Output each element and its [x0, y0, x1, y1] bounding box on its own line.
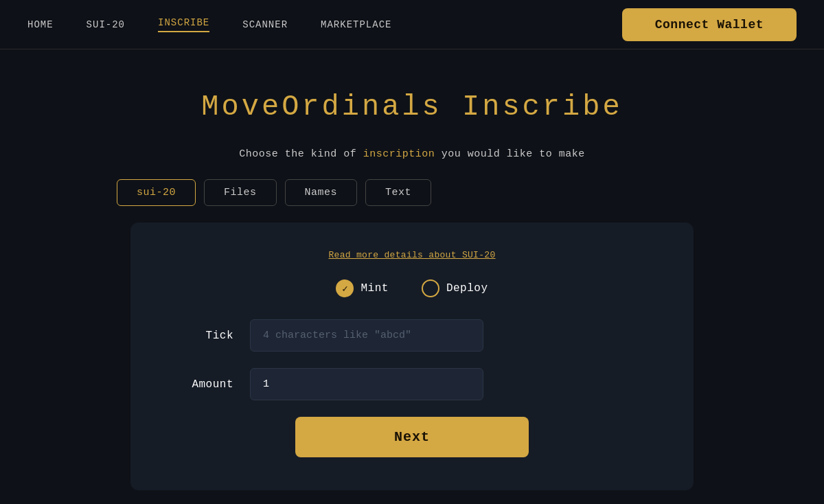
subtitle-highlight: inscription: [363, 148, 435, 160]
tabs-row: sui-20 Files Names Text: [117, 179, 431, 206]
tab-files[interactable]: Files: [204, 179, 277, 206]
nav-link-inscribe[interactable]: INSCRIBE: [158, 17, 209, 32]
tick-input[interactable]: [250, 319, 483, 352]
details-link[interactable]: Read more details about SUI-20: [172, 250, 652, 260]
nav-links: HOME SUI-20 INSCRIBE SCANNER MARKETPLACE: [27, 17, 391, 32]
tick-field: Tick: [172, 319, 652, 352]
subtitle-suffix: you would like to make: [435, 148, 585, 160]
nav-link-scanner[interactable]: SCANNER: [242, 19, 288, 30]
tab-names[interactable]: Names: [285, 179, 358, 206]
amount-input[interactable]: [250, 368, 483, 400]
nav-link-sui20[interactable]: SUI-20: [87, 19, 125, 30]
form-card: Read more details about SUI-20 Mint Depl…: [130, 222, 694, 490]
radio-option-deploy[interactable]: Deploy: [422, 279, 488, 297]
amount-field: Amount: [172, 368, 652, 400]
next-button[interactable]: Next: [295, 417, 529, 457]
nav-link-marketplace[interactable]: MARKETPLACE: [321, 19, 391, 30]
subtitle: Choose the kind of inscription you would…: [239, 148, 585, 160]
radio-label-mint: Mint: [360, 282, 388, 295]
radio-circle-mint[interactable]: [336, 279, 354, 297]
tab-sui20[interactable]: sui-20: [117, 179, 196, 206]
amount-label: Amount: [172, 378, 233, 391]
radio-option-mint[interactable]: Mint: [336, 279, 388, 297]
tick-label: Tick: [172, 330, 233, 342]
page-title: MoveOrdinals Inscribe: [201, 91, 622, 124]
radio-circle-deploy[interactable]: [422, 279, 439, 297]
tab-text[interactable]: Text: [365, 179, 431, 206]
connect-wallet-button[interactable]: Connect Wallet: [622, 8, 797, 41]
subtitle-prefix: Choose the kind of: [239, 148, 363, 160]
navbar: HOME SUI-20 INSCRIBE SCANNER MARKETPLACE…: [0, 0, 824, 49]
main-content: MoveOrdinals Inscribe Choose the kind of…: [0, 49, 824, 504]
radio-row: Mint Deploy: [172, 279, 652, 297]
next-btn-row: Next: [172, 417, 652, 457]
radio-label-deploy: Deploy: [446, 282, 488, 295]
nav-link-home[interactable]: HOME: [27, 19, 54, 30]
